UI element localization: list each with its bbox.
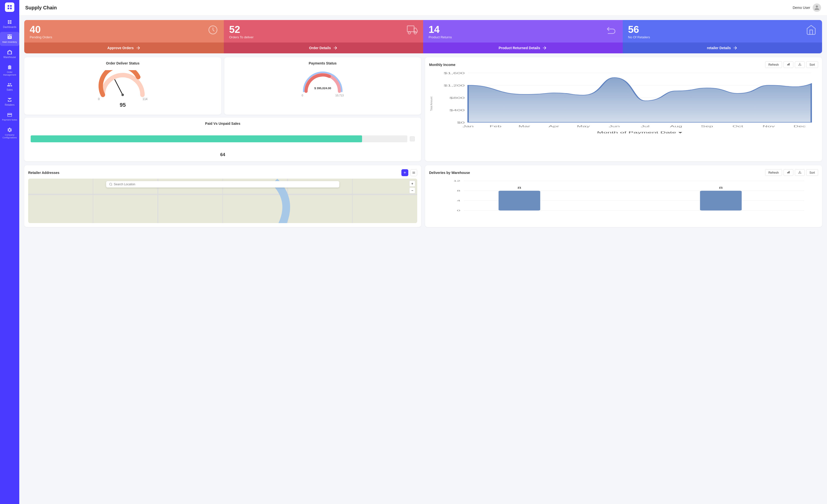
svg-text:Jun: Jun [609,125,620,128]
user-info: Demo User [793,3,821,12]
svg-text:Apr: Apr [548,125,559,128]
monthly-bar-chart-button[interactable] [783,61,793,68]
header: Supply Chain Demo User [19,0,827,15]
gauge-max: 114 [142,97,147,101]
gauge-value: 95 [120,102,126,108]
bar-cap [410,136,415,141]
payments-status-title: Payments Status [228,61,418,65]
svg-point-5 [121,94,124,96]
order-deliver-status-panel: Order Deliver Status [24,57,221,115]
map-search-input[interactable] [114,182,336,186]
user-name: Demo User [793,6,810,10]
svg-text:Dec: Dec [793,125,806,128]
sidebar-item-dashboards[interactable]: Dashboards [0,17,19,31]
svg-text:8: 8 [719,186,723,189]
paid-vs-unpaid-title: Paid Vs Unpaid Sales [28,121,417,125]
payment-min: 0 [302,94,303,97]
map-area: Hisar Muzaffarnagar + − [28,179,417,223]
svg-point-3 [414,32,416,34]
monthly-income-panel: Monthly Income Refresh Sort Total A [425,57,822,161]
svg-text:8: 8 [457,189,460,192]
search-icon [109,182,112,186]
retailers-icon [806,24,817,36]
svg-text:8: 8 [517,186,521,189]
svg-rect-1 [407,26,414,32]
svg-text:$1,600: $1,600 [444,72,465,75]
svg-rect-7 [787,64,788,65]
sidebar-item-company-configurations[interactable]: Company Configurations [0,125,19,142]
sidebar-item-main-inventory[interactable]: Main Inventory [0,32,19,46]
sidebar-item-sales[interactable]: Sales [0,79,19,94]
svg-line-4 [115,79,123,95]
retailer-details-button[interactable]: retailer Details [623,43,822,53]
zoom-in-button[interactable]: + [409,181,415,186]
no-of-retailers-number: 56 [628,24,650,34]
add-location-button[interactable]: + [401,169,408,176]
clock-icon [207,24,218,36]
deliveries-title: Deliveries by Warehouse [429,171,470,175]
monthly-refresh-button[interactable]: Refresh [765,61,782,68]
svg-text:Sep: Sep [701,125,713,128]
card-pending-orders: 40 Pending Orders Approve Orders [24,20,224,53]
deliveries-chart: 0 4 8 12 8 8 [429,178,818,215]
product-returns-label: Product Returns [429,35,452,39]
product-returns-number: 14 [429,24,452,34]
svg-text:Aug: Aug [670,125,682,128]
approve-orders-button[interactable]: Approve Orders [24,43,224,53]
retailer-addresses-panel: Retailer Addresses + [24,165,421,227]
sidebar-item-order-management[interactable]: Order Management [0,62,19,79]
order-deliver-gauge: 0 114 95 [28,68,217,111]
order-details-button[interactable]: Order Details [224,43,423,53]
svg-point-2 [408,32,410,34]
product-returned-details-button[interactable]: Product Returned Details [423,43,623,53]
pending-orders-number: 40 [30,24,52,34]
svg-rect-8 [788,64,789,65]
app-title: Supply Chain [25,5,57,11]
payments-status-panel: Payments Status $ 395,024.00 [224,57,422,115]
svg-text:Month of Payment Date ▾: Month of Payment Date ▾ [597,131,682,134]
deliveries-by-warehouse-panel: Deliveries by Warehouse Refresh Sort [425,165,822,227]
map-menu-button[interactable] [410,169,417,176]
pending-orders-label: Pending Orders [30,35,52,39]
sidebar-item-warehouse[interactable]: Warehouse [0,47,19,61]
map-zoom-controls: + − [409,181,415,193]
svg-rect-46 [788,172,789,173]
svg-text:Mar: Mar [518,125,530,128]
deliveries-export-button[interactable] [795,169,805,176]
monthly-sort-button[interactable]: Sort [806,61,818,68]
svg-text:Nov: Nov [763,125,775,128]
sidebar: Dashboards Main Inventory Warehouse Orde… [0,0,19,504]
svg-text:$400: $400 [449,109,465,112]
orders-deliver-label: Orders To deliver [229,35,254,39]
svg-text:$800: $800 [449,97,465,99]
avatar [813,3,821,12]
svg-rect-60 [700,191,742,211]
top-cards: 40 Pending Orders Approve Orders 52 [24,20,822,53]
svg-text:Jul: Jul [641,125,649,128]
svg-text:$1,200: $1,200 [444,84,465,87]
retailer-addresses-title: Retailer Addresses [28,171,59,175]
no-of-retailers-label: No Of Retailers [628,35,650,39]
svg-text:Oct: Oct [733,125,743,128]
deliveries-sort-button[interactable]: Sort [806,169,818,176]
zoom-out-button[interactable]: − [409,187,415,193]
svg-rect-47 [789,171,789,173]
svg-text:May: May [577,125,590,128]
deliveries-bar-button[interactable] [783,169,793,176]
order-deliver-title: Order Deliver Status [28,61,217,65]
orders-deliver-number: 52 [229,24,254,34]
monthly-export-button[interactable] [795,61,805,68]
card-orders-deliver: 52 Orders To deliver Order Details [224,20,423,53]
sidebar-item-retailers[interactable]: Retailers [0,95,19,109]
deliveries-refresh-button[interactable]: Refresh [765,169,782,176]
delivery-icon [407,24,418,36]
sidebar-item-payment-notes[interactable]: Payment Notes [0,110,19,124]
svg-text:4: 4 [457,200,460,202]
app-logo [5,2,14,12]
content-area: 40 Pending Orders Approve Orders 52 [19,15,827,504]
svg-text:0: 0 [457,209,460,212]
card-no-of-retailers: 56 No Of Retailers retailer Details [623,20,822,53]
map-search [106,181,340,187]
svg-text:$ 395,024.00: $ 395,024.00 [314,87,331,90]
svg-text:Jan: Jan [463,125,474,128]
